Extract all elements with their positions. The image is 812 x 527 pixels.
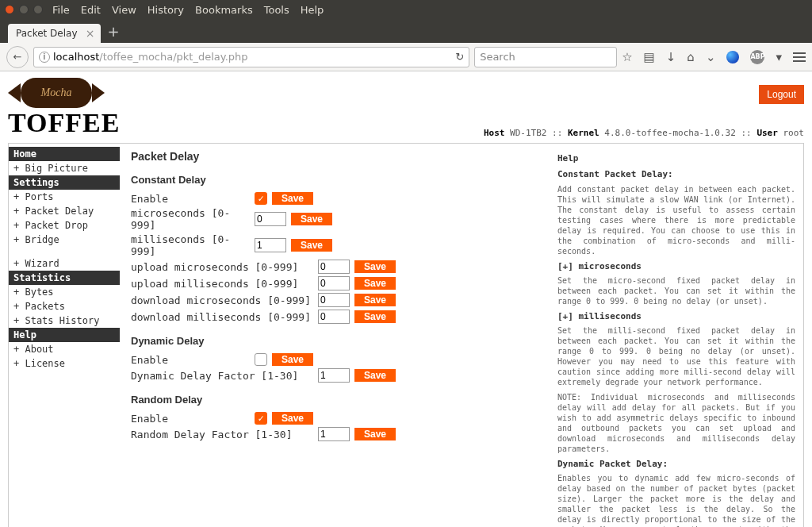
help-h5: Dynamic Packet Delay: xyxy=(557,459,795,470)
sidebar-item-packets[interactable]: + Packets xyxy=(9,299,120,314)
sidebar-head-statistics: Statistics xyxy=(9,271,120,285)
constant-enable-save[interactable]: Save xyxy=(272,192,313,205)
help-h2: [+] microseconds xyxy=(557,261,795,272)
sidebar-item-ports[interactable]: + Ports xyxy=(9,190,120,204)
sidebar-head-settings: Settings xyxy=(9,175,120,190)
dynamic-delay-heading: Dynamic Delay xyxy=(131,335,538,347)
up-micro-save[interactable]: Save xyxy=(354,260,396,273)
sidebar-item-about[interactable]: + About xyxy=(9,342,120,356)
sidebar-head-help: Help xyxy=(9,328,120,342)
help-h1: Constant Packet Delay: xyxy=(557,169,795,180)
help-p2: Set the micro-second fixed packet delay … xyxy=(557,275,795,306)
dropdown-icon[interactable]: ▾ xyxy=(776,50,782,64)
constant-enable-label: Enable xyxy=(131,193,250,205)
window-maximize-button[interactable] xyxy=(33,5,43,14)
up-milli-save[interactable]: Save xyxy=(354,277,396,290)
menu-file[interactable]: File xyxy=(52,4,70,16)
globe-icon[interactable] xyxy=(726,51,739,63)
dynamic-factor-save[interactable]: Save xyxy=(354,369,396,382)
page-title: Packet Delay xyxy=(131,150,538,163)
tab-title: Packet Delay xyxy=(16,28,77,39)
sidebar-item-big-picture[interactable]: + Big Picture xyxy=(9,161,120,175)
help-panel: Help Constant Packet Delay: Add constant… xyxy=(550,144,803,527)
logout-button[interactable]: Logout xyxy=(759,85,804,104)
browser-tab[interactable]: Packet Delay × xyxy=(8,24,101,43)
navbar: ← i localhost/toffee_mocha/pkt_delay.php… xyxy=(0,43,812,71)
micro-label: microseconds [0-999] xyxy=(131,207,250,231)
random-factor-save[interactable]: Save xyxy=(354,428,396,440)
up-micro-label: upload microseconds [0-999] xyxy=(131,261,313,273)
menu-bookmarks[interactable]: Bookmarks xyxy=(195,4,253,16)
menu-history[interactable]: History xyxy=(147,4,184,16)
sidebar-item-bytes[interactable]: + Bytes xyxy=(9,285,120,299)
random-delay-heading: Random Delay xyxy=(131,394,538,406)
constant-enable-checkbox[interactable]: ✓ xyxy=(255,192,267,205)
sidebar-item-license[interactable]: + License xyxy=(9,356,120,371)
dn-micro-label: download microseconds [0-999] xyxy=(131,294,313,306)
milli-label: milliseconds [0-999] xyxy=(131,233,250,257)
help-p1: Add constant packet delay in between eac… xyxy=(557,184,795,256)
tab-close-icon[interactable]: × xyxy=(86,27,95,40)
url-text: localhost/toffee_mocha/pkt_delay.php xyxy=(53,51,248,63)
content-area: Packet Delay Constant Delay Enable ✓ Sav… xyxy=(120,144,550,527)
help-heading: Help xyxy=(557,153,795,164)
window-close-button[interactable] xyxy=(5,5,14,14)
home-icon[interactable]: ⌂ xyxy=(687,50,695,64)
pocket-icon[interactable]: ⌄ xyxy=(706,50,716,64)
random-enable-label: Enable xyxy=(131,413,250,425)
menu-help[interactable]: Help xyxy=(301,4,324,16)
tabbar: Packet Delay × + xyxy=(0,19,812,43)
milli-input[interactable] xyxy=(255,238,286,252)
hamburger-menu-icon[interactable] xyxy=(793,52,806,62)
dn-milli-save[interactable]: Save xyxy=(354,310,396,323)
micro-save[interactable]: Save xyxy=(291,213,332,225)
info-icon[interactable]: i xyxy=(39,52,50,63)
library-icon[interactable]: ▤ xyxy=(644,50,655,64)
menu-edit[interactable]: Edit xyxy=(81,4,101,16)
bookmark-star-icon[interactable]: ☆ xyxy=(622,50,632,64)
window-minimize-button[interactable] xyxy=(19,5,29,14)
random-factor-input[interactable] xyxy=(318,427,350,441)
dn-micro-save[interactable]: Save xyxy=(354,294,396,306)
search-bar[interactable]: Search xyxy=(474,47,617,67)
sidebar-item-packet-delay[interactable]: + Packet Delay xyxy=(9,204,120,218)
dn-milli-label: download milliseconds [0-999] xyxy=(131,311,313,323)
help-h3: [+] milliseconds xyxy=(557,311,795,322)
menu-view[interactable]: View xyxy=(112,4,136,16)
sidebar-item-bridge[interactable]: + Bridge xyxy=(9,233,120,247)
sidebar-item-packet-drop[interactable]: + Packet Drop xyxy=(9,218,120,233)
new-tab-button[interactable]: + xyxy=(107,23,119,40)
constant-delay-heading: Constant Delay xyxy=(131,174,538,186)
dn-micro-input[interactable] xyxy=(318,293,350,307)
milli-save[interactable]: Save xyxy=(291,239,332,252)
sidebar-head-home[interactable]: Home xyxy=(9,147,120,161)
dynamic-enable-save[interactable]: Save xyxy=(272,353,313,366)
logo: Mocha TOFFEE xyxy=(8,78,120,138)
micro-input[interactable] xyxy=(255,212,286,226)
up-milli-label: upload milliseconds [0-999] xyxy=(131,278,313,290)
menu-tools[interactable]: Tools xyxy=(264,4,289,16)
help-p3: Set the milli-second fixed packet delay … xyxy=(557,325,795,387)
dynamic-factor-label: Dynamic Delay Factor [1-30] xyxy=(131,370,313,382)
sidebar-item-wizard[interactable]: + Wizard xyxy=(9,256,120,271)
random-factor-label: Random Delay Factor [1-30] xyxy=(131,429,313,440)
dynamic-enable-label: Enable xyxy=(131,354,250,366)
window-titlebar: File Edit View History Bookmarks Tools H… xyxy=(0,0,812,19)
up-micro-input[interactable] xyxy=(318,260,350,274)
sidebar: Home + Big Picture Settings + Ports + Pa… xyxy=(9,144,120,527)
dn-milli-input[interactable] xyxy=(318,310,350,324)
url-bar[interactable]: i localhost/toffee_mocha/pkt_delay.php ↻ xyxy=(33,47,469,67)
random-enable-save[interactable]: Save xyxy=(272,412,313,425)
downloads-icon[interactable]: ↓ xyxy=(666,50,676,64)
menubar: File Edit View History Bookmarks Tools H… xyxy=(52,4,324,16)
system-info: Host WD-1TB2 :: Kernel 4.8.0-toffee-moch… xyxy=(484,128,804,138)
abp-icon[interactable]: ABP xyxy=(750,50,764,64)
sidebar-item-stats-history[interactable]: + Stats History xyxy=(9,314,120,328)
back-button[interactable]: ← xyxy=(6,46,29,68)
dynamic-enable-checkbox[interactable]: ✓ xyxy=(255,353,267,366)
help-p5: Enables you to dynamic add few micro-sec… xyxy=(557,473,795,527)
up-milli-input[interactable] xyxy=(318,276,350,290)
dynamic-factor-input[interactable] xyxy=(318,368,350,383)
reload-icon[interactable]: ↻ xyxy=(455,51,464,63)
random-enable-checkbox[interactable]: ✓ xyxy=(255,412,267,425)
